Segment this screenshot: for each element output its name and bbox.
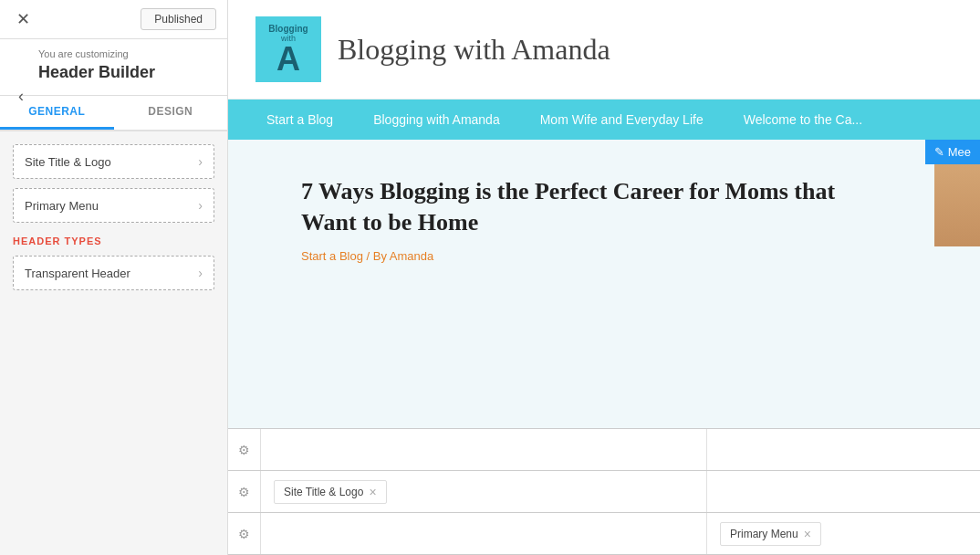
tab-design[interactable]: DESIGN (114, 96, 228, 130)
header-builder-title: Header Builder (38, 63, 214, 82)
chevron-right-icon-3: › (198, 266, 203, 280)
gear-icon-2: ⚙ (238, 485, 250, 499)
blog-site-title: Blogging with Amanda (338, 33, 610, 67)
transparent-header-item[interactable]: Transparent Header › (13, 256, 214, 290)
builder-row-2-right (706, 471, 980, 512)
sidebar-header-area: ‹ You are customizing Header Builder (13, 48, 214, 82)
back-icon: ‹ (18, 87, 24, 105)
site-title-logo-chip-label: Site Title & Logo (284, 486, 363, 498)
nav-item-mom-wife[interactable]: Mom Wife and Everyday Life (520, 99, 724, 140)
primary-menu-chip[interactable]: Primary Menu × (720, 522, 821, 546)
meet-label: Mee (948, 145, 971, 159)
primary-menu-label: Primary Menu (25, 199, 99, 213)
builder-row-1-right (706, 429, 980, 470)
blog-header: Blogging with A Blogging with Amanda (228, 0, 980, 99)
builder-row-2: ⚙ Site Title & Logo × (228, 471, 980, 513)
sidebar: ✕ Published ‹ You are customizing Header… (0, 0, 228, 555)
blog-article: 7 Ways Blogging is the Perfect Career fo… (301, 167, 953, 428)
close-icon: ✕ (16, 10, 30, 28)
transparent-header-label: Transparent Header (25, 267, 130, 280)
chip-close-2[interactable]: × (804, 527, 811, 541)
sidebar-widget: ✎ Mee (898, 140, 980, 246)
logo-top-text: Blogging (268, 24, 308, 34)
sidebar-topbar: ✕ Published (0, 0, 227, 39)
builder-row-3: ⚙ Primary Menu × (228, 513, 980, 555)
builder-gear-3[interactable]: ⚙ (228, 513, 261, 554)
sidebar-header: ‹ You are customizing Header Builder (0, 39, 227, 96)
back-button[interactable]: ‹ (18, 87, 24, 106)
nav-item-blogging-with-amanda[interactable]: Blogging with Amanda (353, 99, 520, 140)
published-button[interactable]: Published (141, 8, 216, 30)
blog-nav: Start a Blog Blogging with Amanda Mom Wi… (228, 99, 980, 140)
edit-icon: ✎ (934, 145, 944, 159)
builder-row-2-content: Site Title & Logo × (261, 480, 706, 504)
builder-gear-2[interactable]: ⚙ (228, 471, 261, 512)
meet-badge: ✎ Mee (925, 140, 980, 164)
customizing-label: You are customizing (38, 48, 214, 59)
blog-logo: Blogging with A (255, 16, 321, 82)
sidebar-tabs: GENERAL DESIGN (0, 96, 227, 131)
builder-area: ⚙ ⚙ Site Title & Logo × ⚙ (228, 428, 980, 555)
tab-general[interactable]: GENERAL (0, 96, 114, 130)
blog-body: 7 Ways Blogging is the Perfect Career fo… (228, 140, 980, 428)
chevron-right-icon: › (198, 154, 203, 169)
gear-icon-1: ⚙ (238, 443, 250, 457)
site-title-logo-chip[interactable]: Site Title & Logo × (274, 480, 387, 504)
article-title: 7 Ways Blogging is the Perfect Career fo… (301, 176, 849, 238)
logo-a: A (268, 43, 308, 76)
primary-menu-item[interactable]: Primary Menu › (13, 188, 214, 223)
header-types-label: HEADER TYPES (13, 236, 214, 246)
site-title-logo-item[interactable]: Site Title & Logo › (13, 144, 214, 179)
article-byline: Start a Blog / By Amanda (301, 249, 953, 263)
gear-icon-3: ⚙ (238, 527, 250, 541)
main-content: Blogging with A Blogging with Amanda Sta… (228, 0, 980, 555)
chevron-right-icon-2: › (198, 198, 203, 213)
nav-item-welcome[interactable]: Welcome to the Ca... (724, 99, 882, 140)
builder-gear-1[interactable]: ⚙ (228, 429, 261, 470)
builder-row-3-right: Primary Menu × (706, 513, 980, 554)
site-title-logo-label: Site Title & Logo (25, 155, 111, 169)
sidebar-content: Site Title & Logo › Primary Menu › HEADE… (0, 131, 227, 555)
person-image (934, 164, 980, 246)
nav-item-start-a-blog[interactable]: Start a Blog (246, 99, 353, 140)
chip-close-1[interactable]: × (369, 485, 376, 499)
builder-row-1: ⚙ (228, 429, 980, 471)
close-button[interactable]: ✕ (11, 7, 36, 31)
primary-menu-chip-label: Primary Menu (730, 528, 798, 540)
